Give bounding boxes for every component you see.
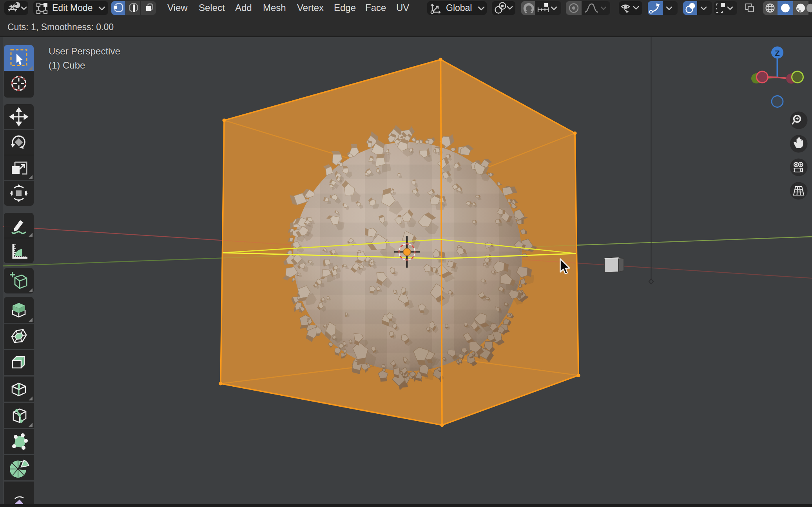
svg-text:Z: Z (775, 49, 780, 58)
